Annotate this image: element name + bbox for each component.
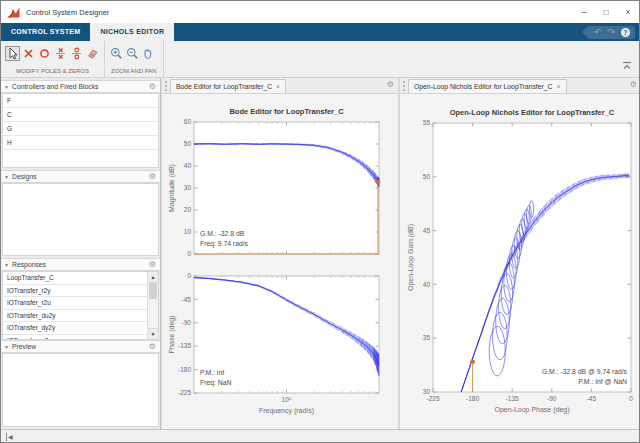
gear-icon[interactable]: ⚙	[630, 81, 637, 89]
window-controls: – □ ×	[573, 1, 639, 23]
nichols-plot-area[interactable]: -225-180-135-90-450303540455055Open-Loop…	[400, 94, 640, 429]
svg-text:G.M.: -32.8 dB @ 9.74 rad/s: G.M.: -32.8 dB @ 9.74 rad/s	[542, 368, 628, 375]
svg-text:Open-Loop Phase (deg): Open-Loop Phase (deg)	[494, 406, 569, 414]
list-item[interactable]: IOTransfer_r2y	[3, 285, 158, 298]
svg-text:P.M.: inf: P.M.: inf	[200, 369, 224, 376]
nichols-panel-tabbar: Open-Loop Nichols Editor for LoopTransfe…	[400, 78, 640, 94]
svg-text:-225: -225	[426, 395, 439, 402]
svg-text:10: 10	[184, 228, 192, 235]
nichols-editor-tab[interactable]: Open-Loop Nichols Editor for LoopTransfe…	[408, 79, 567, 93]
redo-icon[interactable]: ↷	[607, 26, 615, 39]
bode-plot-area[interactable]: 0102030405060Bode Editor for LoopTransfe…	[162, 94, 398, 429]
tab-nichols-editor[interactable]: NICHOLS EDITOR	[90, 23, 174, 41]
svg-text:-225: -225	[178, 389, 191, 396]
bode-editor-tab-label: Bode Editor for LoopTransfer_C	[176, 83, 272, 90]
list-item[interactable]: F	[3, 94, 158, 108]
svg-text:Freq: NaN: Freq: NaN	[200, 379, 231, 387]
collapse-ribbon-icon[interactable]	[621, 56, 633, 74]
help-icon[interactable]: ?	[621, 28, 630, 37]
svg-text:P.M.: Inf @ NaN: P.M.: Inf @ NaN	[578, 378, 627, 385]
svg-text:30: 30	[184, 184, 192, 191]
group-zoom-and-pan: ZOOM AND PAN	[105, 41, 164, 77]
list-item[interactable]: G	[3, 122, 158, 136]
bode-editor-plot[interactable]: 0102030405060Bode Editor for LoopTransfe…	[162, 94, 398, 429]
toolstrip-tabs: CONTROL SYSTEM NICHOLS EDITOR ↶ ↷ ?	[1, 23, 639, 41]
list-item[interactable]: IOTransfer_du2y	[3, 310, 158, 323]
panel-drag-handle[interactable]	[403, 81, 405, 91]
list-item[interactable]: IOTransfer_r2u	[3, 297, 158, 310]
collapse-triangle-icon[interactable]: ▾	[5, 344, 8, 350]
svg-text:-135: -135	[506, 395, 519, 402]
zoom-out-button[interactable]	[125, 46, 140, 61]
preview-pane	[2, 353, 159, 427]
svg-text:50: 50	[184, 140, 192, 147]
scrollbar-thumb[interactable]	[149, 283, 157, 299]
section-header-responses[interactable]: ▾ Responses ⚙	[1, 258, 160, 271]
gear-icon[interactable]: ⚙	[149, 343, 156, 351]
svg-text:-45: -45	[587, 395, 597, 402]
nichols-editor-plot[interactable]: -225-180-135-90-450303540455055Open-Loop…	[400, 94, 640, 429]
list-item[interactable]: H	[3, 136, 158, 150]
gear-icon[interactable]: ⚙	[149, 83, 156, 91]
svg-text:60: 60	[184, 118, 192, 125]
svg-text:Frequency (rad/s): Frequency (rad/s)	[259, 407, 314, 415]
panel-drag-handle[interactable]	[165, 81, 167, 91]
responses-scrollbar[interactable]: ▲ ▼	[147, 272, 158, 339]
svg-text:10⁰: 10⁰	[282, 396, 292, 403]
collapse-triangle-icon[interactable]: ▾	[5, 174, 8, 180]
svg-text:30: 30	[423, 388, 431, 395]
gear-icon[interactable]: ⚙	[149, 261, 156, 269]
close-window-button[interactable]: ×	[617, 1, 639, 23]
svg-text:0: 0	[187, 272, 191, 279]
titlebar: Control System Designer – □ ×	[1, 1, 639, 23]
zoom-in-button[interactable]	[109, 46, 124, 61]
svg-text:-45: -45	[182, 296, 192, 303]
svg-text:-90: -90	[182, 319, 192, 326]
svg-text:Magnitude (dB): Magnitude (dB)	[168, 164, 176, 212]
delete-pole-zero-button[interactable]	[21, 46, 36, 61]
svg-text:Phase (deg): Phase (deg)	[168, 315, 176, 353]
bode-editor-panel: Bode Editor for LoopTransfer_C × ⚙ 01020…	[162, 78, 398, 429]
scroll-down-icon[interactable]: ▼	[148, 328, 158, 339]
section-header-preview[interactable]: ▾ Preview ⚙	[1, 340, 160, 353]
svg-text:0: 0	[629, 395, 633, 402]
pan-hand-button[interactable]	[141, 46, 156, 61]
group-label-zoom-and-pan: ZOOM AND PAN	[109, 65, 159, 76]
minimize-button[interactable]: –	[573, 1, 595, 23]
ribbon: MODIFY POLES & ZEROS ZOOM AND PAN	[1, 41, 639, 78]
svg-text:40: 40	[423, 281, 431, 288]
gear-icon[interactable]: ⚙	[387, 81, 394, 89]
data-browser-sidebar: ▾ Controllers and Fixed Blocks ⚙ FCGH ▾ …	[1, 78, 161, 429]
maximize-button[interactable]: □	[595, 1, 617, 23]
scroll-up-icon[interactable]: ▲	[148, 272, 158, 283]
section-header-designs[interactable]: ▾ Designs ⚙	[1, 170, 160, 183]
eraser-tool-button[interactable]	[85, 46, 100, 61]
gear-icon[interactable]: ⚙	[149, 173, 156, 181]
list-item[interactable]: IOTransfer_dy2y	[3, 322, 158, 335]
svg-text:35: 35	[423, 334, 431, 341]
list-item[interactable]: C	[3, 108, 158, 122]
tab-control-system[interactable]: CONTROL SYSTEM	[1, 23, 90, 41]
collapse-triangle-icon[interactable]: ▾	[5, 84, 8, 90]
close-tab-icon[interactable]: ×	[276, 83, 280, 90]
add-complex-pole-button[interactable]	[53, 46, 68, 61]
add-complex-zero-button[interactable]	[69, 46, 84, 61]
pointer-tool-button[interactable]	[5, 46, 20, 61]
collapse-triangle-icon[interactable]: ▾	[5, 262, 8, 268]
svg-text:-135: -135	[178, 342, 191, 349]
bode-panel-tabbar: Bode Editor for LoopTransfer_C × ⚙	[162, 78, 398, 94]
list-item[interactable]: LoopTransfer_C	[3, 272, 158, 285]
bode-editor-tab[interactable]: Bode Editor for LoopTransfer_C ×	[170, 79, 286, 93]
quick-access-toolbar: ↶ ↷ ?	[588, 26, 635, 39]
control-system-designer-window: Control System Designer – □ × CONTROL SY…	[0, 0, 640, 443]
window-title: Control System Designer	[26, 8, 109, 17]
add-zero-button[interactable]	[37, 46, 52, 61]
collapse-sidebar-icon[interactable]: ◀	[6, 433, 13, 441]
nichols-editor-panel: Open-Loop Nichols Editor for LoopTransfe…	[400, 78, 640, 429]
svg-text:Open-Loop Nichols Editor for L: Open-Loop Nichols Editor for LoopTransfe…	[450, 108, 615, 117]
section-header-controllers[interactable]: ▾ Controllers and Fixed Blocks ⚙	[1, 80, 160, 93]
section-title: Designs	[12, 173, 37, 180]
svg-text:-180: -180	[178, 366, 191, 373]
close-tab-icon[interactable]: ×	[556, 83, 560, 90]
undo-icon[interactable]: ↶	[594, 26, 602, 39]
